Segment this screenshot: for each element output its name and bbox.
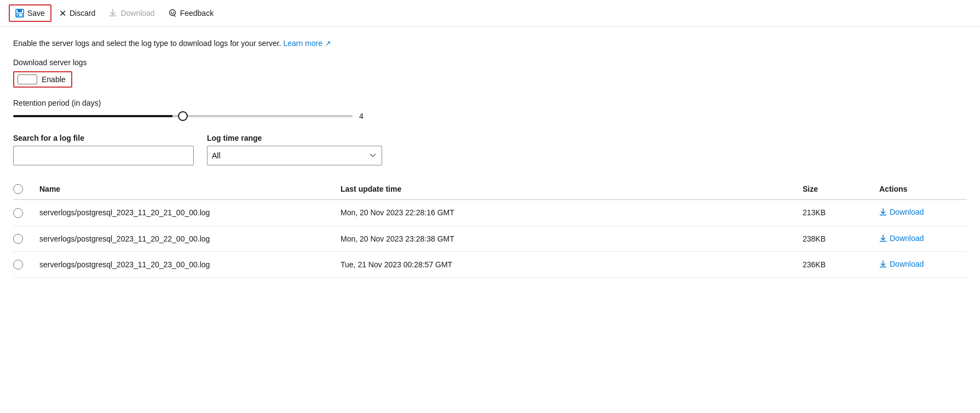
- row-radio-cell: [13, 251, 39, 277]
- row-time-1: Mon, 20 Nov 2023 23:28:38 GMT: [341, 226, 803, 251]
- enable-area: Download server logs Enable: [13, 58, 967, 88]
- save-label: Save: [27, 9, 45, 18]
- retention-label: Retention period (in days): [13, 99, 967, 107]
- svg-rect-1: [18, 9, 22, 12]
- col-header-select: [13, 179, 39, 200]
- row-radio-cell: [13, 226, 39, 251]
- search-group: Search for a log file: [13, 134, 194, 165]
- filter-row: Search for a log file Log time range All…: [13, 134, 967, 165]
- col-header-last-update: Last update time: [341, 179, 803, 200]
- feedback-label: Feedback: [180, 9, 214, 18]
- row-name-1: serverlogs/postgresql_2023_11_20_22_00_0…: [39, 226, 341, 251]
- download-button-1[interactable]: Download: [879, 234, 924, 243]
- toolbar: Save ✕ Discard Download Feedback: [0, 0, 980, 27]
- feedback-button[interactable]: Feedback: [163, 5, 219, 21]
- discard-button[interactable]: ✕ Discard: [54, 5, 101, 22]
- download-toolbar-label: Download: [120, 9, 154, 18]
- row-time-0: Mon, 20 Nov 2023 22:28:16 GMT: [341, 200, 803, 226]
- download-button-2[interactable]: Download: [879, 260, 924, 268]
- table-body: serverlogs/postgresql_2023_11_20_21_00_0…: [13, 200, 967, 278]
- row-time-2: Tue, 21 Nov 2023 00:28:57 GMT: [341, 251, 803, 277]
- retention-value: 4: [359, 112, 370, 121]
- download-icon-1: [879, 234, 887, 242]
- enable-toggle[interactable]: Enable: [13, 71, 72, 88]
- table-header: Name Last update time Size Actions: [13, 179, 967, 200]
- log-table: Name Last update time Size Actions serve…: [13, 179, 967, 278]
- col-header-actions: Actions: [879, 179, 967, 200]
- row-actions-1: Download: [879, 226, 967, 251]
- table-row: serverlogs/postgresql_2023_11_20_22_00_0…: [13, 226, 967, 251]
- svg-point-6: [173, 12, 174, 13]
- section-label: Download server logs: [13, 58, 967, 67]
- time-range-group: Log time range All Last 6 hours Last 12 …: [207, 134, 382, 165]
- svg-rect-3: [18, 14, 19, 16]
- row-size-0: 213KB: [803, 200, 879, 226]
- table-row: serverlogs/postgresql_2023_11_20_21_00_0…: [13, 200, 967, 226]
- col-header-size: Size: [803, 179, 879, 200]
- download-icon-2: [879, 260, 887, 268]
- description-text: Enable the server logs and select the lo…: [13, 38, 967, 49]
- row-radio-cell: [13, 200, 39, 226]
- download-icon-0: [879, 208, 887, 216]
- learn-more-link[interactable]: Learn more ↗: [283, 39, 331, 48]
- row-radio-0[interactable]: [13, 208, 23, 218]
- svg-point-4: [169, 10, 175, 16]
- row-size-2: 236KB: [803, 251, 879, 277]
- row-radio-2[interactable]: [13, 260, 23, 269]
- row-radio-1[interactable]: [13, 234, 23, 244]
- svg-point-5: [171, 12, 172, 13]
- feedback-icon: [168, 9, 177, 18]
- toggle-switch[interactable]: [18, 74, 37, 84]
- time-range-label: Log time range: [207, 134, 382, 142]
- close-icon: ✕: [59, 8, 66, 19]
- retention-slider[interactable]: [13, 115, 353, 117]
- col-header-name: Name: [39, 179, 341, 200]
- main-content: Enable the server logs and select the lo…: [0, 27, 980, 289]
- row-size-1: 238KB: [803, 226, 879, 251]
- row-name-0: serverlogs/postgresql_2023_11_20_21_00_0…: [39, 200, 341, 226]
- discard-label: Discard: [70, 9, 95, 18]
- row-actions-0: Download: [879, 200, 967, 226]
- retention-area: Retention period (in days) 4: [13, 99, 967, 121]
- table-row: serverlogs/postgresql_2023_11_20_23_00_0…: [13, 251, 967, 277]
- save-icon: [15, 9, 24, 18]
- svg-rect-2: [17, 13, 22, 17]
- slider-container: 4: [13, 112, 967, 121]
- enable-label: Enable: [42, 75, 66, 84]
- row-actions-2: Download: [879, 251, 967, 277]
- download-button-0[interactable]: Download: [879, 208, 924, 216]
- download-toolbar-icon: [108, 9, 117, 18]
- download-toolbar-button[interactable]: Download: [103, 5, 160, 21]
- header-radio[interactable]: [13, 184, 23, 194]
- search-input[interactable]: [13, 146, 194, 165]
- search-label: Search for a log file: [13, 134, 194, 142]
- time-range-select[interactable]: All Last 6 hours Last 12 hours Last 24 h…: [207, 146, 382, 165]
- row-name-2: serverlogs/postgresql_2023_11_20_23_00_0…: [39, 251, 341, 277]
- save-button[interactable]: Save: [9, 4, 51, 22]
